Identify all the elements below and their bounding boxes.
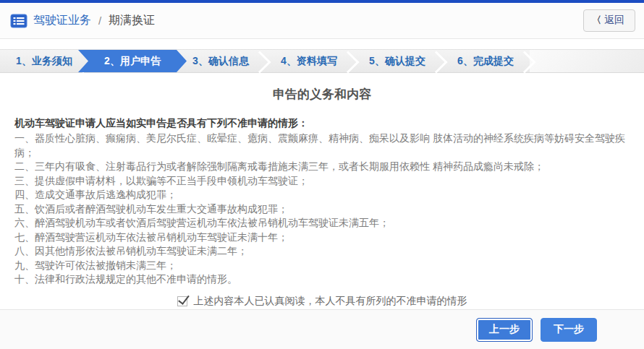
content-title: 申告的义务和内容 [14,86,630,103]
step-5-confirm-submit[interactable]: 5、确认提交 [353,50,441,72]
declaration-item-9: 九、驾驶许可依法被撤销未满三年； [14,259,630,273]
back-button[interactable]: 〈 返回 [583,9,635,32]
list-card-icon [10,14,27,28]
previous-step-button[interactable]: 上一步 [476,318,533,342]
step-2-user-declaration[interactable]: 2、用户申告 [78,50,187,72]
back-chevron-icon: 〈 [592,14,601,27]
step-1-business-notice[interactable]: 1、业务须知 [0,50,88,72]
declaration-item-10: 十、法律和行政法规规定的其他不准申请的情形。 [14,272,630,287]
step-progress-bar: 1、业务须知 2、用户申告 3、确认信息 4、资料填写 5、确认提交 6、完成提… [0,49,644,73]
declaration-intro: 机动车驾驶证申请人应当如实申告是否具有下列不准申请的情形： [14,116,630,130]
footer-action-bar: 上一步 下一步 [0,309,644,349]
declaration-item-2: 二、三年内有吸食、注射毒品行为或者解除强制隔离戒毒措施未满三年，或者长期服用依赖… [14,160,630,174]
back-button-label: 返回 [604,14,624,27]
agreement-row: 上述内容本人已认真阅读，本人不具有所列的不准申请的情形 [14,295,630,308]
declaration-item-8: 八、因其他情形依法被吊销机动车驾驶证未满二年； [14,244,630,259]
step-bar-filler [530,50,644,72]
step-4-label: 4、资料填写 [281,55,337,68]
step-2-label: 2、用户申告 [104,55,161,68]
step-6-complete-submit[interactable]: 6、完成提交 [441,50,530,72]
step-6-label: 6、完成提交 [457,55,514,68]
declaration-content: 申告的义务和内容 机动车驾驶证申请人应当如实申告是否具有下列不准申请的情形： 一… [0,73,644,308]
step-5-label: 5、确认提交 [369,55,425,68]
agreement-label: 上述内容本人已认真阅读，本人不具有所列的不准申请的情形 [194,295,467,308]
step-4-fill-materials[interactable]: 4、资料填写 [265,50,353,72]
header: 驾驶证业务 / 期满换证 〈 返回 [0,3,644,39]
next-step-button[interactable]: 下一步 [541,318,597,342]
declaration-item-5: 五、饮酒后或者醉酒驾驶机动车发生重大交通事故构成犯罪； [14,202,630,217]
page-title-business[interactable]: 驾驶证业务 [33,13,91,28]
step-1-label: 1、业务须知 [16,55,72,68]
declaration-item-3: 三、提供虚假申请材料，以欺骗等不正当手段申领机动车驾驶证； [14,174,630,189]
breadcrumb-separator: / [97,14,103,27]
declaration-item-7: 七、醉酒驾驶营运机动车依法被吊销机动车驾驶证未满十年； [14,230,630,245]
declaration-item-4: 四、造成交通事故后逃逸构成犯罪； [14,188,630,202]
declaration-item-1: 一、器质性心脏病、癫痫病、美尼尔氏症、眩晕症、癔病、震颤麻痹、精神病、痴呆以及影… [14,132,630,160]
breadcrumb: 驾驶证业务 / 期满换证 [10,13,155,28]
step-progress-section: 1、业务须知 2、用户申告 3、确认信息 4、资料填写 5、确认提交 6、完成提… [0,39,644,73]
step-3-confirm-info[interactable]: 3、确认信息 [177,50,265,72]
agreement-checkbox[interactable] [177,296,187,306]
breadcrumb-current: 期满换证 [109,13,155,28]
step-3-label: 3、确认信息 [192,55,249,68]
declaration-item-6: 六、醉酒驾驶机动车或者饮酒后驾驶营运机动车依法被吊销机动车驾驶证未满五年； [14,216,630,230]
